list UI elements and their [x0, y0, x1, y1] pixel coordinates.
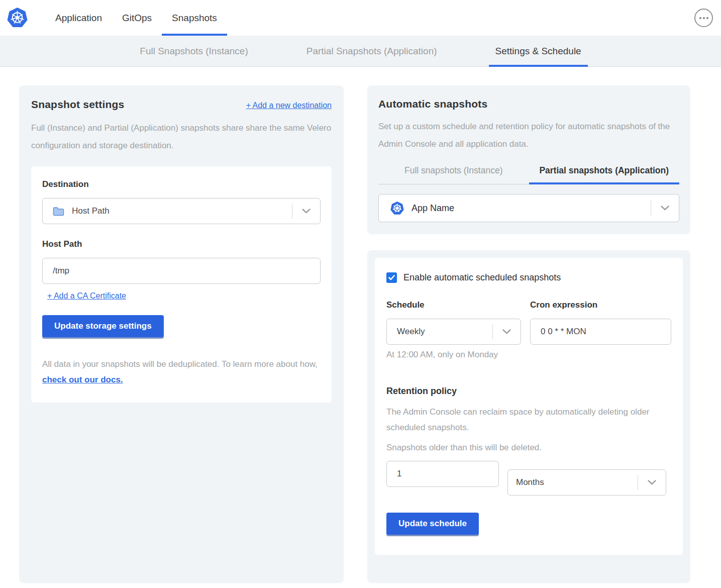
subtab-partial-snapshots[interactable]: Partial Snapshots (Application) — [300, 36, 444, 66]
cron-expression-label: Cron expression — [530, 300, 597, 310]
schedule-card: Enable automatic scheduled snapshots Sch… — [367, 250, 690, 583]
enable-snapshots-checkbox[interactable] — [386, 272, 397, 283]
host-path-label: Host Path — [42, 239, 321, 249]
snapshot-settings-title: Snapshot settings — [31, 99, 124, 111]
cron-readable-hint: At 12:00 AM, only on Monday — [386, 350, 521, 360]
app-name-value: App Name — [411, 203, 454, 214]
tab-full-snapshots-instance[interactable]: Full snapshots (Instance) — [378, 159, 529, 184]
chevron-down-icon — [638, 480, 666, 485]
destination-label: Destination — [42, 179, 89, 189]
enable-snapshots-row: Enable automatic scheduled snapshots — [386, 272, 671, 283]
schedule-interval-value: Weekly — [397, 327, 425, 337]
add-new-destination-link[interactable]: + Add a new destination — [246, 101, 332, 110]
destination-select[interactable]: Host Path — [42, 198, 321, 224]
storage-settings-panel: Destination Host Path Host Path + Add a … — [31, 166, 332, 403]
schedule-interval-select[interactable]: Weekly — [386, 319, 521, 345]
chevron-down-icon — [292, 209, 320, 214]
destination-value: Host Path — [72, 206, 110, 216]
chevron-down-icon — [651, 206, 679, 211]
folder-icon — [53, 207, 64, 216]
check-icon — [388, 275, 395, 280]
host-path-field-wrap — [42, 258, 321, 284]
app-logo[interactable] — [0, 0, 38, 36]
snapshot-type-tabs: Full snapshots (Instance) Partial snapsh… — [378, 159, 679, 184]
retention-number-field-wrap — [386, 461, 499, 487]
docs-link[interactable]: check out our docs. — [42, 375, 123, 384]
automatic-snapshots-card: Automatic snapshots Set up a custom sche… — [367, 85, 690, 234]
nav-tab-snapshots[interactable]: Snapshots — [162, 0, 227, 36]
chevron-down-icon — [493, 329, 521, 334]
retention-number-input[interactable] — [387, 461, 498, 486]
update-storage-settings-button[interactable]: Update storage settings — [42, 315, 164, 337]
enable-snapshots-label: Enable automatic scheduled snapshots — [403, 272, 561, 283]
kubernetes-app-icon — [390, 202, 404, 215]
snapshot-settings-card: Snapshot settings + Add a new destinatio… — [19, 85, 344, 583]
top-nav: Application GitOps Snapshots — [0, 0, 721, 36]
schedule-label: Schedule — [386, 300, 425, 310]
overflow-menu-button[interactable] — [694, 9, 713, 27]
retention-policy-title: Retention policy — [386, 386, 671, 397]
cron-expression-field-wrap — [530, 319, 671, 345]
cron-expression-input[interactable] — [531, 319, 671, 344]
app-name-select[interactable]: App Name — [378, 194, 679, 222]
top-nav-items: Application GitOps Snapshots — [45, 0, 227, 36]
dedupe-note: All data in your snapshots will be dedup… — [42, 356, 321, 387]
subtab-settings-schedule[interactable]: Settings & Schedule — [489, 36, 588, 66]
snapshot-settings-description: Full (Instance) and Partial (Application… — [31, 119, 332, 154]
retention-policy-description: The Admin Console can reclaim space by a… — [386, 404, 671, 435]
retention-unit-select[interactable]: Months — [507, 469, 666, 496]
host-path-input[interactable] — [43, 258, 320, 283]
automatic-snapshots-description: Set up a custom schedule and retention p… — [378, 118, 679, 153]
update-schedule-button[interactable]: Update schedule — [386, 513, 479, 535]
retention-hint: Snapshots older than this will be delete… — [386, 443, 671, 453]
schedule-panel: Enable automatic scheduled snapshots Sch… — [375, 258, 683, 555]
ellipsis-icon — [699, 17, 701, 19]
kubernetes-logo-icon — [7, 8, 28, 28]
tab-partial-snapshots-application[interactable]: Partial snapshots (Application) — [529, 159, 680, 184]
retention-unit-value: Months — [516, 477, 544, 487]
nav-tab-application[interactable]: Application — [45, 0, 112, 36]
automatic-snapshots-title: Automatic snapshots — [378, 98, 679, 110]
nav-tab-gitops[interactable]: GitOps — [112, 0, 162, 36]
add-ca-certificate-link[interactable]: + Add a CA Certificate — [47, 291, 126, 301]
snapshots-subtab-bar: Full Snapshots (Instance) Partial Snapsh… — [0, 36, 721, 67]
subtab-full-snapshots[interactable]: Full Snapshots (Instance) — [133, 36, 254, 66]
